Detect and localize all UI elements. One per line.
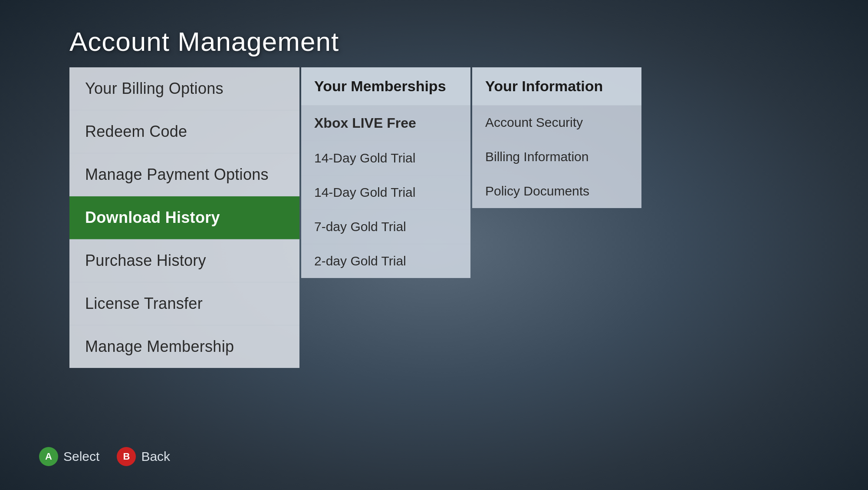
- menu-item-billing-options[interactable]: Your Billing Options: [69, 67, 299, 110]
- memberships-column: Your Memberships Xbox LIVE Free 14-Day G…: [301, 67, 470, 278]
- menu-item-purchase-history[interactable]: Purchase History: [69, 239, 299, 282]
- b-button-icon: B: [117, 447, 136, 466]
- membership-item-2day[interactable]: 2-day Gold Trial: [301, 244, 470, 278]
- menu-item-redeem-code[interactable]: Redeem Code: [69, 110, 299, 153]
- a-button-label: Select: [63, 449, 99, 464]
- page-title: Account Management: [69, 26, 339, 57]
- button-a-hint: A Select: [39, 447, 99, 466]
- your-information-header: Your Information: [472, 67, 641, 106]
- membership-item-14day-1[interactable]: 14-Day Gold Trial: [301, 141, 470, 175]
- a-button-icon: A: [39, 447, 58, 466]
- main-menu-column: Your Billing Options Redeem Code Manage …: [69, 67, 299, 368]
- membership-item-7day[interactable]: 7-day Gold Trial: [301, 210, 470, 244]
- account-item-policy-docs[interactable]: Policy Documents: [472, 174, 641, 208]
- footer: A Select B Back: [39, 447, 170, 466]
- account-item-security[interactable]: Account Security: [472, 106, 641, 140]
- columns-container: Your Billing Options Redeem Code Manage …: [69, 67, 641, 368]
- menu-item-license-transfer[interactable]: License Transfer: [69, 282, 299, 325]
- menu-item-download-history[interactable]: Download History: [69, 196, 299, 239]
- b-button-label: Back: [141, 449, 170, 464]
- memberships-header: Your Memberships: [301, 67, 470, 106]
- menu-item-manage-payment[interactable]: Manage Payment Options: [69, 153, 299, 196]
- menu-item-manage-membership[interactable]: Manage Membership: [69, 325, 299, 368]
- button-b-hint: B Back: [117, 447, 170, 466]
- account-column: Your Information Account Security Billin…: [472, 67, 641, 208]
- account-item-billing-info[interactable]: Billing Information: [472, 140, 641, 174]
- membership-item-14day-2[interactable]: 14-Day Gold Trial: [301, 175, 470, 210]
- membership-item-xbox-live-free[interactable]: Xbox LIVE Free: [301, 106, 470, 141]
